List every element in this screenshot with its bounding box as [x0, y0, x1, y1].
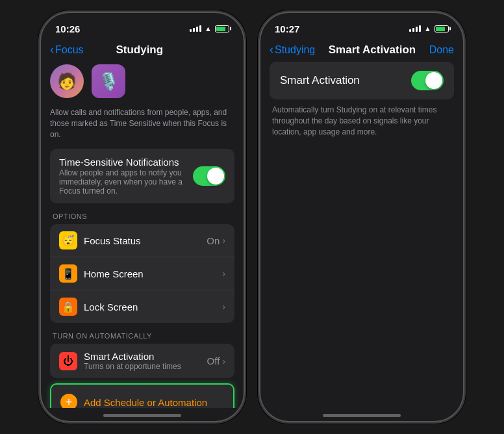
add-icon: +: [60, 394, 77, 408]
home-screen-item[interactable]: 📱 Home Screen ›: [50, 257, 234, 290]
back-label-2: Studying: [275, 44, 315, 56]
battery-fill-2: [436, 27, 445, 31]
status-bar-2: 10:27 ▲: [259, 12, 464, 40]
avatar: 🧑: [50, 64, 84, 98]
signal-bar-4: [199, 25, 201, 32]
smart-activation-toggle[interactable]: [411, 71, 444, 90]
home-screen-icon: 📱: [59, 264, 77, 283]
options-list: 😴 Focus Status On › 📱 Home Screen › 🔒 Lo…: [50, 224, 234, 323]
phone-1: 10:26 ▲ ‹ Focus Studying 🧑 🎙️ Allow c: [38, 10, 246, 424]
smart-act-label: Smart Activation: [280, 74, 360, 87]
wifi-icon: ▲: [205, 25, 212, 32]
avatar-row: 🧑 🎙️: [50, 62, 234, 101]
lock-screen-icon: 🔒: [59, 298, 77, 316]
time-sensitive-toggle[interactable]: [193, 166, 225, 186]
home-bar-1: [103, 414, 181, 417]
signal-bar-1: [190, 29, 192, 32]
smart-act-section: Smart Activation: [270, 62, 454, 99]
status-time-2: 10:27: [275, 23, 299, 34]
home-indicator-2: [259, 408, 464, 422]
wifi-icon-2: ▲: [424, 25, 431, 32]
time-sensitive-label: Time-Sensitive Notifications: [59, 157, 193, 168]
turn-on-section-label: TURN ON AUTOMATICALLY: [53, 332, 232, 340]
battery-icon: [215, 25, 229, 32]
smart-activation-text-wrap: Smart Activation Turns on at opportune t…: [84, 351, 207, 371]
smart-act-row[interactable]: Smart Activation: [270, 62, 454, 99]
status-time-1: 10:26: [55, 23, 80, 34]
smart-activation-value: Off: [207, 355, 220, 366]
home-indicator-1: [40, 408, 245, 422]
smart-activation-group: ⏻ Smart Activation Turns on at opportune…: [50, 344, 234, 378]
signal-bar-3: [196, 27, 198, 32]
screen-content-1: 🧑 🎙️ Allow calls and notifications from …: [40, 62, 245, 408]
battery-fill: [216, 27, 225, 31]
back-button-1[interactable]: ‹ Focus: [50, 43, 84, 57]
chevron-right-icon-smart: ›: [222, 356, 225, 366]
app-icon: 🎙️: [92, 64, 125, 98]
time-sensitive-label-wrap: Time-Sensitive Notifications Allow peopl…: [59, 157, 193, 196]
nav-bar-2: ‹ Studying Smart Activation Done: [259, 40, 464, 62]
smart-activation-icon: ⏻: [59, 352, 77, 370]
focus-status-label: Focus Status: [84, 235, 207, 246]
chevron-left-icon-2: ‹: [270, 43, 273, 57]
status-icons-2: ▲: [409, 25, 449, 32]
phone-2: 10:27 ▲ ‹ Studying Smart Activation Done…: [258, 10, 466, 424]
smart-act-content: Smart Activation Automatically turn Stud…: [259, 62, 464, 408]
signal-bar-2: [193, 28, 195, 32]
chevron-right-icon-focus: ›: [222, 235, 225, 246]
back-label-1: Focus: [55, 44, 84, 56]
signal-bar-2-1: [409, 29, 411, 32]
nav-title-1: Studying: [84, 44, 195, 57]
signal-bar-2-3: [416, 27, 418, 32]
signal-icon: [190, 25, 201, 32]
nav-bar-1: ‹ Focus Studying: [40, 40, 245, 62]
smart-activation-title: Smart Activation: [84, 351, 207, 362]
add-schedule-group: + Add Schedule or Automation: [50, 383, 234, 408]
signal-bar-2-2: [412, 28, 414, 32]
time-sensitive-sub: Allow people and apps to notify you imme…: [59, 168, 193, 196]
home-screen-label: Home Screen: [84, 268, 222, 279]
add-schedule-row[interactable]: + Add Schedule or Automation: [51, 385, 233, 408]
done-button[interactable]: Done: [429, 44, 454, 56]
home-bar-2: [323, 414, 401, 417]
chevron-right-icon-lock: ›: [222, 301, 225, 312]
nav-title-2: Smart Activation: [315, 44, 429, 57]
smart-act-description: Automatically turn Studying on at releva…: [270, 105, 454, 137]
status-bar-1: 10:26 ▲: [40, 12, 245, 40]
lock-screen-label: Lock Screen: [84, 301, 222, 313]
battery-icon-2: [435, 25, 449, 32]
smart-activation-item[interactable]: ⏻ Smart Activation Turns on at opportune…: [50, 344, 234, 378]
description-text: Allow calls and notifications from peopl…: [50, 107, 234, 140]
chevron-left-icon-1: ‹: [50, 43, 54, 57]
status-icons-1: ▲: [190, 25, 229, 32]
smart-activation-sub: Turns on at opportune times: [84, 362, 207, 371]
time-sensitive-row[interactable]: Time-Sensitive Notifications Allow peopl…: [50, 149, 234, 203]
options-section-label: OPTIONS: [53, 212, 232, 220]
back-button-2[interactable]: ‹ Studying: [270, 43, 315, 57]
focus-status-value: On: [207, 235, 220, 246]
focus-status-icon: 😴: [59, 231, 77, 249]
focus-status-item[interactable]: 😴 Focus Status On ›: [50, 224, 234, 257]
lock-screen-item[interactable]: 🔒 Lock Screen ›: [50, 290, 234, 323]
signal-bar-2-4: [419, 25, 421, 32]
add-schedule-label: Add Schedule or Automation: [84, 397, 207, 408]
chevron-right-icon-home: ›: [222, 268, 225, 279]
signal-icon-2: [409, 25, 421, 32]
time-sensitive-section: Time-Sensitive Notifications Allow peopl…: [50, 149, 234, 203]
